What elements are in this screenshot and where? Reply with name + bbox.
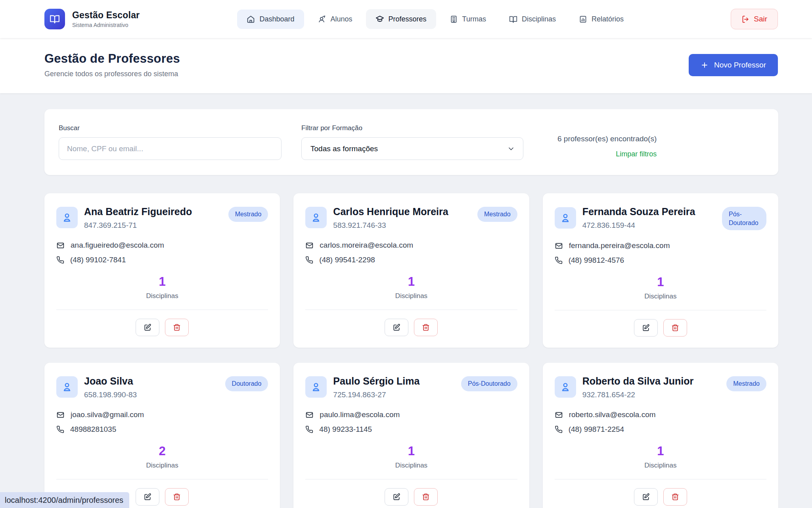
user-avatar-icon [56,207,78,228]
plus-icon [701,61,709,69]
formation-select[interactable]: Todas as formações [301,137,523,160]
teacher-name: Fernanda Souza Pereira [582,205,716,218]
disciplines-count: 1 [305,275,517,289]
disciplines-label: Disciplinas [555,292,766,300]
phone-icon [56,256,64,264]
nav-item-disciplinas[interactable]: Disciplinas [500,10,565,29]
filter-panel: Buscar Filtrar por Formação Todas as for… [44,109,778,175]
user-avatar-icon [305,376,327,398]
trash-icon [671,493,679,501]
edit-button[interactable] [136,319,159,336]
mail-icon [56,411,65,419]
user-avatar-icon [555,376,576,398]
nav-item-professores[interactable]: Professores [366,9,436,29]
disciplines-stat: 1 Disciplinas [305,275,517,300]
delete-button[interactable] [663,319,687,337]
edit-pencil-icon [642,493,650,501]
card-divider [555,479,766,479]
teacher-card: Joao Silva 658.198.990-83 Doutorado joao… [44,363,280,508]
nav-item-dashboard[interactable]: Dashboard [237,10,304,29]
delete-button[interactable] [165,488,189,506]
teacher-card: Ana Beatriz Figueiredo 847.369.215-71 Me… [44,193,280,348]
building-icon [450,15,458,23]
degree-badge: Pós-Doutorado [461,376,517,391]
brand: Gestão Escolar Sistema Administrativo [44,9,140,29]
edit-pencil-icon [144,493,151,501]
search-input[interactable] [59,137,282,160]
disciplines-label: Disciplinas [305,462,517,470]
user-avatar-icon [555,207,576,229]
top-navbar: Gestão Escolar Sistema Administrativo Da… [0,0,812,38]
disciplines-stat: 2 Disciplinas [56,444,268,470]
user-avatar-icon [305,207,327,228]
card-divider [305,479,517,479]
bar-chart-icon [579,15,587,23]
teacher-name: Roberto da Silva Junior [582,375,720,388]
logout-button[interactable]: Sair [731,9,778,29]
degree-badge: Mestrado [477,207,517,222]
nav-item-alunos[interactable]: Alunos [308,9,362,29]
user-avatar-icon [56,376,78,398]
teacher-grid: Ana Beatriz Figueiredo 847.369.215-71 Me… [44,193,778,508]
teacher-name: Carlos Henrique Moreira [333,205,471,218]
edit-button[interactable] [385,319,408,336]
mail-icon [305,411,314,419]
trash-icon [422,323,430,331]
chevron-down-icon [507,145,515,153]
disciplines-count: 2 [56,444,268,458]
open-book-logo-icon [44,9,65,29]
card-divider [305,310,517,310]
teacher-cpf: 583.921.746-33 [333,221,471,230]
disciplines-count: 1 [555,444,766,458]
teacher-phone: 48) 99233-1145 [319,425,372,434]
nav-item-relatorios[interactable]: Relatórios [569,10,633,29]
teacher-phone: (48) 99102-7841 [70,256,126,264]
disciplines-label: Disciplinas [305,292,517,300]
nav-item-turmas[interactable]: Turmas [440,10,496,29]
phone-icon [555,256,563,264]
teacher-email: paulo.lima@escola.com [320,410,400,419]
disciplines-count: 1 [305,444,517,458]
teacher-email: ana.figueiredo@escola.com [71,241,164,250]
disciplines-label: Disciplinas [555,462,766,470]
new-teacher-button[interactable]: Novo Professor [689,54,778,76]
teacher-cpf: 658.198.990-83 [84,391,219,399]
disciplines-stat: 1 Disciplinas [555,275,766,300]
edit-button[interactable] [136,488,159,506]
teacher-name: Joao Silva [84,375,219,388]
open-book-icon [509,15,517,23]
disciplines-label: Disciplinas [56,462,268,470]
trash-icon [671,324,679,332]
edit-button[interactable] [634,488,658,506]
edit-pencil-icon [393,323,400,331]
teacher-phone: (48) 99871-2254 [569,425,624,434]
content-area: Buscar Filtrar por Formação Todas as for… [0,93,812,508]
teacher-cpf: 932.781.654-22 [582,391,720,399]
clear-filters-link[interactable]: Limpar filtros [616,150,657,158]
card-divider [56,310,268,310]
graduation-cap-icon [375,15,384,23]
delete-button[interactable] [165,319,189,336]
formation-filter-label: Filtrar por Formação [301,124,523,132]
degree-badge: Mestrado [228,207,268,222]
phone-icon [56,425,64,433]
delete-button[interactable] [414,488,438,506]
disciplines-stat: 1 Disciplinas [56,275,268,300]
edit-button[interactable] [385,488,408,506]
teacher-phone: (48) 99812-4576 [569,256,624,265]
mail-icon [555,242,563,250]
teacher-name: Ana Beatriz Figueiredo [84,205,222,218]
formation-select-value: Todas as formações [310,144,378,153]
app-title: Gestão Escolar [72,10,140,21]
disciplines-count: 1 [56,275,268,289]
main-nav: Dashboard Alunos Professores Turmas Disc… [237,9,633,29]
phone-icon [305,256,313,264]
delete-button[interactable] [663,488,687,506]
disciplines-count: 1 [555,275,766,289]
delete-button[interactable] [414,319,438,336]
results-count: 6 professor(es) encontrado(s) [557,135,657,143]
edit-button[interactable] [634,319,658,337]
teacher-cpf: 472.836.159-44 [582,221,716,230]
mail-icon [56,241,65,250]
mail-icon [555,411,563,419]
